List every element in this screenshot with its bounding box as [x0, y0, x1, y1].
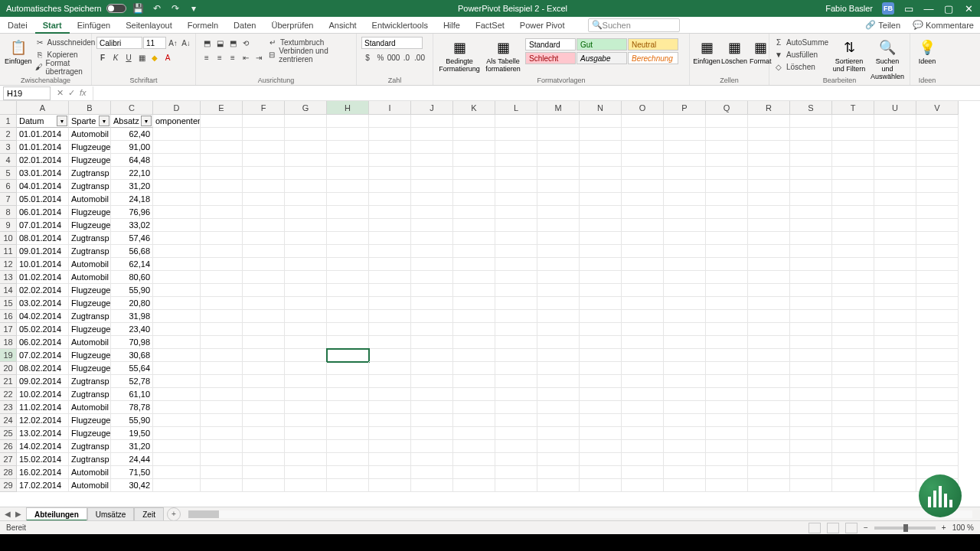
cell-r7[interactable] [748, 193, 790, 206]
sheet-nav-next-icon[interactable]: ▶ [15, 510, 21, 518]
comments-button[interactable]: 💬 Kommentare [906, 20, 980, 30]
cell-f14[interactable] [243, 284, 285, 297]
cell-v6[interactable] [916, 180, 959, 193]
align-middle-icon[interactable]: ⬓ [214, 37, 226, 49]
cell-f8[interactable] [243, 206, 285, 219]
cell-s19[interactable] [790, 349, 832, 362]
cell-s23[interactable] [790, 401, 832, 414]
search-box[interactable]: 🔍 Suchen [588, 18, 680, 32]
cell-c11[interactable]: 56,68 [111, 245, 153, 258]
cell-r25[interactable] [748, 427, 790, 440]
cell-g7[interactable] [285, 193, 327, 206]
cell-e25[interactable] [201, 427, 243, 440]
cell-m9[interactable] [537, 219, 580, 232]
cell-p23[interactable] [664, 401, 706, 414]
cell-h27[interactable] [327, 453, 369, 466]
cell-u9[interactable] [874, 219, 916, 232]
cell-h18[interactable] [327, 336, 369, 349]
row-header-24[interactable]: 24 [0, 414, 17, 427]
cell-h17[interactable] [327, 323, 369, 336]
cell-t21[interactable] [832, 375, 874, 388]
cell-s22[interactable] [790, 388, 832, 401]
cell-v3[interactable] [916, 141, 959, 154]
user-avatar[interactable]: FB [882, 2, 894, 15]
cell-r26[interactable] [748, 440, 790, 453]
cell-o25[interactable] [622, 427, 664, 440]
cell-q11[interactable] [706, 245, 748, 258]
thousands-icon[interactable]: 000 [387, 51, 400, 64]
cell-a9[interactable]: 07.01.2014 [17, 219, 69, 232]
select-all-button[interactable] [0, 101, 17, 115]
cell-u29[interactable] [874, 479, 916, 492]
cell-i21[interactable] [369, 375, 411, 388]
cell-h12[interactable] [327, 258, 369, 271]
cell-t23[interactable] [832, 401, 874, 414]
cell-q5[interactable] [706, 167, 748, 180]
cell-j24[interactable] [411, 414, 453, 427]
ribbon-options-icon[interactable]: ▭ [903, 3, 914, 14]
sheet-nav-prev-icon[interactable]: ◀ [5, 510, 11, 518]
cell-t20[interactable] [832, 362, 874, 375]
cell-m18[interactable] [537, 336, 580, 349]
cell-c5[interactable]: 22,10 [111, 167, 153, 180]
row-header-3[interactable]: 3 [0, 141, 17, 154]
cell-n28[interactable] [580, 466, 622, 479]
cell-k7[interactable] [453, 193, 495, 206]
cell-v24[interactable] [916, 414, 959, 427]
cell-p21[interactable] [664, 375, 706, 388]
font-color-button[interactable]: A [162, 51, 174, 64]
cell-q14[interactable] [706, 284, 748, 297]
cell-u24[interactable] [874, 414, 916, 427]
cell-P1[interactable] [664, 115, 706, 128]
align-top-icon[interactable]: ⬒ [201, 37, 213, 49]
row-header-20[interactable]: 20 [0, 362, 17, 375]
cell-v27[interactable] [916, 453, 959, 466]
cell-k16[interactable] [453, 310, 495, 323]
cell-i13[interactable] [369, 271, 411, 284]
cell-k22[interactable] [453, 388, 495, 401]
cell-k2[interactable] [453, 128, 495, 141]
view-normal-icon[interactable] [808, 523, 821, 533]
tab-power-pivot[interactable]: Power Pivot [512, 17, 573, 34]
cell-m12[interactable] [537, 258, 580, 271]
cell-u10[interactable] [874, 232, 916, 245]
cell-r5[interactable] [748, 167, 790, 180]
cell-s16[interactable] [790, 310, 832, 323]
cell-e6[interactable] [201, 180, 243, 193]
cell-p20[interactable] [664, 362, 706, 375]
cell-q18[interactable] [706, 336, 748, 349]
cell-t29[interactable] [832, 479, 874, 492]
cell-g24[interactable] [285, 414, 327, 427]
cell-i23[interactable] [369, 401, 411, 414]
cell-n5[interactable] [580, 167, 622, 180]
cell-q13[interactable] [706, 271, 748, 284]
insert-cells-button[interactable]: ▦Einfügen [694, 35, 719, 66]
cell-l10[interactable] [495, 232, 537, 245]
cell-a22[interactable]: 10.02.2014 [17, 388, 69, 401]
cell-o10[interactable] [622, 232, 664, 245]
row-header-8[interactable]: 8 [0, 206, 17, 219]
cell-v5[interactable] [916, 167, 959, 180]
cell-u8[interactable] [874, 206, 916, 219]
cell-b9[interactable]: Flugzeuge [69, 219, 111, 232]
row-header-10[interactable]: 10 [0, 232, 17, 245]
undo-icon[interactable]: ↶ [151, 2, 163, 15]
cell-f2[interactable] [243, 128, 285, 141]
cell-l18[interactable] [495, 336, 537, 349]
cell-h23[interactable] [327, 401, 369, 414]
cell-d26[interactable] [153, 440, 201, 453]
cell-k18[interactable] [453, 336, 495, 349]
cell-v25[interactable] [916, 427, 959, 440]
cell-o24[interactable] [622, 414, 664, 427]
cell-e24[interactable] [201, 414, 243, 427]
cell-p25[interactable] [664, 427, 706, 440]
cell-b4[interactable]: Flugzeuge [69, 154, 111, 167]
row-header-18[interactable]: 18 [0, 336, 17, 349]
cell-k3[interactable] [453, 141, 495, 154]
cell-j29[interactable] [411, 479, 453, 492]
cell-q3[interactable] [706, 141, 748, 154]
cell-d18[interactable] [153, 336, 201, 349]
underline-button[interactable]: U [122, 51, 135, 64]
cell-e4[interactable] [201, 154, 243, 167]
cell-q27[interactable] [706, 453, 748, 466]
